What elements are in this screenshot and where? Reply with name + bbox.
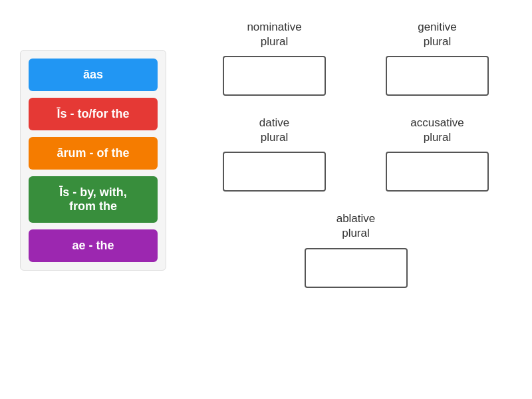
drop-zone-area: nominativeplural genitiveplural dativepl… xyxy=(193,13,519,389)
label-ablative-plural: ablativeplural xyxy=(336,211,376,241)
dropbox-genitive-plural[interactable] xyxy=(386,56,489,96)
label-accusative-plural: accusativeplural xyxy=(410,116,464,145)
chip-is2[interactable]: Īs - by, with,from the xyxy=(29,176,158,223)
dropbox-dative-plural[interactable] xyxy=(223,152,326,192)
cell-accusative-plural: accusativeplural xyxy=(356,109,519,205)
chip-ae[interactable]: ae - the xyxy=(29,229,158,262)
cases-grid: nominativeplural genitiveplural dativepl… xyxy=(193,13,519,205)
dropbox-nominative-plural[interactable] xyxy=(223,56,326,96)
chip-as[interactable]: āas xyxy=(29,59,158,91)
chip-is1[interactable]: Īs - to/for the xyxy=(29,98,158,130)
cell-ablative-plural: ablativeplural xyxy=(193,211,519,287)
cell-nominative-plural: nominativeplural xyxy=(193,13,356,109)
dropbox-ablative-plural[interactable] xyxy=(305,248,408,288)
label-genitive-plural: genitiveplural xyxy=(418,20,457,49)
dropbox-accusative-plural[interactable] xyxy=(386,152,489,192)
chip-arum[interactable]: ārum - of the xyxy=(29,137,158,170)
cell-dative-plural: dativeplural xyxy=(193,109,356,205)
cell-genitive-plural: genitiveplural xyxy=(356,13,519,109)
label-nominative-plural: nominativeplural xyxy=(247,20,301,49)
word-bank: āas Īs - to/for the ārum - of the Īs - b… xyxy=(20,50,166,271)
label-dative-plural: dativeplural xyxy=(259,116,289,145)
